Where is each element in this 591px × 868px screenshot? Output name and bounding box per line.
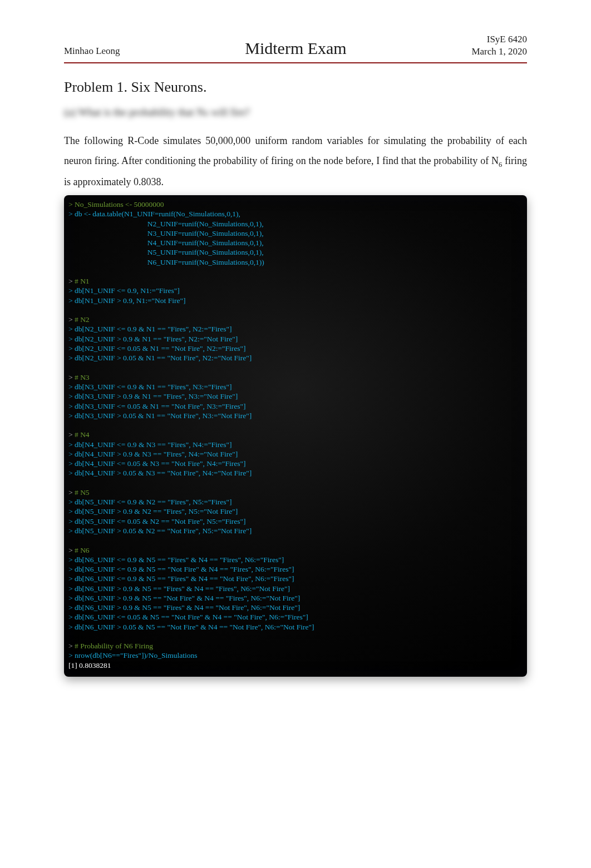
code-line: N3_UNIF=runif(No_Simulations,0,1), [68, 229, 264, 237]
code-line: > No_Simulations <- 50000000 [68, 200, 164, 209]
code-line: > db[N3_UNIF <= 0.05 & N1 == "Not Fire",… [68, 402, 246, 410]
code-line: > db[N1_UNIF > 0.9, N1:="Not Fire"] [68, 296, 185, 305]
code-comment: # N4 [75, 430, 90, 439]
code-prompt: > [68, 373, 75, 381]
code-line: > db[N5_UNIF <= 0.9 & N2 == "Fires", N5:… [68, 498, 232, 506]
course-date: ISyE 6420 March 1, 2020 [471, 33, 527, 58]
code-line: > db[N4_UNIF <= 0.05 & N3 == "Not Fire",… [68, 459, 246, 468]
author-name: Minhao Leong [64, 46, 120, 58]
code-line: > db[N6_UNIF <= 0.9 & N5 == "Fires" & N4… [68, 555, 284, 564]
code-line: > db[N6_UNIF > 0.9 & N5 == "Fires" & N4 … [68, 603, 300, 612]
code-line: > db[N4_UNIF > 0.05 & N3 == "Not Fire", … [68, 469, 252, 477]
code-line: > db[N4_UNIF > 0.9 & N3 == "Fires", N4:=… [68, 450, 238, 458]
page-header: Minhao Leong Midterm Exam ISyE 6420 Marc… [64, 33, 527, 63]
code-line: > db[N3_UNIF <= 0.9 & N1 == "Fires", N3:… [68, 383, 232, 391]
paragraph-text: The following R-Code simulates 50,000,00… [64, 131, 527, 192]
code-line: > db[N6_UNIF > 0.05 & N5 == "Not Fire" &… [68, 623, 314, 631]
code-comment: # N1 [75, 277, 90, 285]
code-prompt: > [68, 642, 75, 650]
code-line: > db[N6_UNIF > 0.9 & N5 == "Not Fire" & … [68, 594, 300, 602]
code-prompt: > [68, 430, 75, 439]
code-line: > nrow(db[N6=="Fires"])/No_Simulations [68, 651, 197, 659]
course-code: ISyE 6420 [471, 33, 527, 46]
sub-question-blurred: (a) What is the probability that N₆ will… [64, 106, 527, 118]
code-line: > db[N3_UNIF > 0.05 & N1 == "Not Fire", … [68, 411, 252, 420]
code-prompt: > [68, 277, 75, 285]
code-line: > db[N6_UNIF <= 0.05 & N5 == "Not Fire" … [68, 613, 308, 621]
r-code-block: > No_Simulations <- 50000000 > db <- dat… [64, 195, 527, 677]
code-line: > db[N4_UNIF <= 0.9 & N3 == "Fires", N4:… [68, 440, 232, 449]
code-line: N6_UNIF=runif(No_Simulations,0,1)) [68, 258, 264, 266]
problem-title: Problem 1. Six Neurons. [64, 79, 527, 96]
code-line: > db[N2_UNIF > 0.05 & N1 == "Not Fire", … [68, 354, 252, 362]
code-line: > db <- data.table(N1_UNIF=runif(No_Simu… [68, 210, 240, 218]
code-line: > db[N6_UNIF > 0.9 & N5 == "Fires" & N4 … [68, 584, 290, 593]
code-comment: # N2 [75, 315, 90, 324]
paragraph-main: The following R-Code simulates 50,000,00… [64, 135, 527, 166]
code-line: > db[N2_UNIF <= 0.05 & N1 == "Not Fire",… [68, 344, 246, 353]
code-comment: # N5 [75, 488, 90, 497]
page-title: Midterm Exam [120, 39, 472, 58]
code-line: > db[N5_UNIF > 0.9 & N2 == "Fires", N5:=… [68, 507, 238, 515]
code-line: > db[N3_UNIF > 0.9 & N1 == "Fires", N3:=… [68, 392, 238, 400]
code-prompt: > [68, 546, 75, 554]
code-prompt: > [68, 488, 75, 497]
code-prompt: > [68, 315, 75, 324]
code-line: > db[N5_UNIF > 0.05 & N2 == "Not Fire", … [68, 527, 252, 535]
code-output: [1] 0.8038281 [68, 661, 111, 669]
code-comment: # N3 [75, 373, 90, 381]
code-line: > db[N2_UNIF > 0.9 & N1 == "Fires", N2:=… [68, 335, 238, 343]
code-line: N4_UNIF=runif(No_Simulations,0,1), [68, 239, 264, 247]
code-comment: # N6 [75, 546, 90, 554]
code-line: > db[N1_UNIF <= 0.9, N1:="Fires"] [68, 286, 180, 295]
code-line: > db[N6_UNIF <= 0.9 & N5 == "Not Fire" &… [68, 565, 294, 573]
code-line: > db[N2_UNIF <= 0.9 & N1 == "Fires", N2:… [68, 325, 232, 333]
exam-date: March 1, 2020 [471, 46, 527, 58]
code-comment: # Probability of N6 Firing [75, 642, 153, 650]
code-line: N2_UNIF=runif(No_Simulations,0,1), [68, 220, 264, 228]
code-line: > db[N5_UNIF <= 0.05 & N2 == "Not Fire",… [68, 517, 246, 525]
code-line: > db[N6_UNIF <= 0.9 & N5 == "Fires" & N4… [68, 574, 294, 583]
code-line: N5_UNIF=runif(No_Simulations,0,1), [68, 248, 264, 256]
